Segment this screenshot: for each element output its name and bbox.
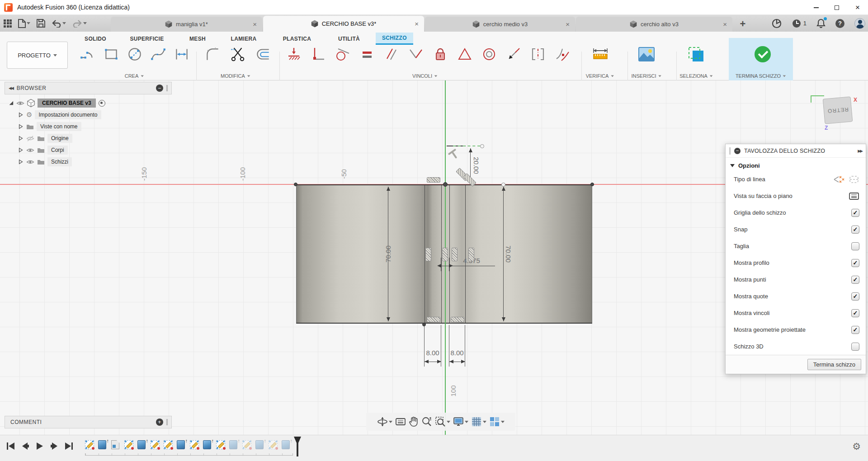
fillet-tool-button[interactable]: [203, 43, 222, 65]
job-status-button[interactable]: 1: [792, 19, 807, 28]
fit-button[interactable]: [435, 416, 450, 427]
sketch-point[interactable]: [590, 183, 594, 186]
project-dropdown-button[interactable]: PROGETTO: [7, 42, 68, 69]
panel-toggle-icon[interactable]: −: [156, 85, 163, 92]
sketch-line[interactable]: [449, 185, 450, 323]
tab-plastica[interactable]: PLASTICA: [270, 33, 324, 44]
close-button[interactable]: ×: [847, 0, 868, 15]
checkbox[interactable]: [851, 226, 859, 234]
timeline-step-back-button[interactable]: [20, 441, 31, 452]
tab-mesh[interactable]: MESH: [178, 33, 217, 44]
document-tab-cerchio-base[interactable]: CERCHIO BASE v3* ×: [263, 16, 424, 32]
grid-settings-button[interactable]: [471, 416, 486, 427]
view-cube[interactable]: RETRO: [823, 96, 853, 124]
rectangle-tool-button[interactable]: [101, 43, 121, 65]
timeline-item-extrude[interactable]: [229, 439, 239, 451]
checkbox[interactable]: [851, 343, 859, 351]
checkbox[interactable]: [851, 242, 859, 250]
browser-item-corpi[interactable]: Corpi: [18, 144, 172, 156]
timeline-item-extrude[interactable]: [255, 439, 265, 451]
dimension-value[interactable]: 8.00: [426, 349, 439, 357]
panel-grip[interactable]: [166, 85, 168, 91]
collapse-panel-icon[interactable]: ▶▶: [858, 149, 862, 153]
finish-sketch-button[interactable]: [753, 43, 773, 65]
palette-section-opzioni[interactable]: Opzioni: [726, 158, 866, 171]
sketch-point[interactable]: [501, 183, 505, 187]
timeline-item-sketch[interactable]: [242, 439, 252, 451]
sketch-point[interactable]: [480, 144, 484, 148]
expand-arrow-icon[interactable]: [18, 112, 24, 118]
panel-grip[interactable]: [166, 419, 168, 425]
maximize-button[interactable]: [826, 0, 847, 15]
sketch-point[interactable]: [294, 183, 297, 186]
activate-component-radio[interactable]: [99, 100, 105, 107]
timeline-item-extrude[interactable]: [203, 439, 213, 451]
constraint-badge-icon[interactable]: [442, 248, 448, 261]
timeline-item-sketch[interactable]: [269, 439, 278, 451]
save-button[interactable]: [37, 19, 45, 28]
viewports-button[interactable]: [489, 416, 505, 427]
expand-arrow-icon[interactable]: [18, 136, 24, 141]
extensions-icon[interactable]: [772, 19, 782, 28]
browser-item-origine[interactable]: Origine: [18, 132, 172, 144]
construction-line[interactable]: [453, 146, 480, 146]
group-label-crea[interactable]: CREA: [125, 73, 144, 79]
constraint-badge-icon[interactable]: [468, 248, 474, 261]
panel-grip[interactable]: [729, 147, 731, 155]
expand-arrow-icon[interactable]: [18, 124, 24, 129]
browser-item-impostazioni[interactable]: ⚙ Impostazioni documento: [18, 109, 172, 121]
browser-root-row[interactable]: CERCHIO BASE v3: [8, 97, 172, 109]
parallel-constraint-button[interactable]: [382, 43, 401, 65]
timeline-item-base[interactable]: [111, 439, 121, 451]
group-label-seleziona[interactable]: SELEZIONA: [679, 73, 713, 79]
browser-item-schizzi[interactable]: Schizzi: [18, 156, 172, 168]
checkbox[interactable]: [851, 309, 859, 317]
constraint-badge-icon[interactable]: [452, 248, 458, 261]
constraint-badge-icon[interactable]: [425, 248, 431, 261]
group-label-verifica[interactable]: VERIFICA: [586, 73, 614, 79]
equal-constraint-button[interactable]: [358, 43, 376, 65]
close-tab-icon[interactable]: ×: [415, 20, 419, 28]
projected-geometry-icon[interactable]: [849, 174, 859, 184]
eye-off-icon[interactable]: [26, 136, 34, 141]
look-at-button[interactable]: [395, 417, 406, 427]
timeline-item-sketch[interactable]: [190, 439, 200, 451]
sketch-line[interactable]: [441, 185, 442, 323]
fix-constraint-button[interactable]: [431, 43, 449, 65]
dimension-value[interactable]: 8.00: [450, 349, 463, 357]
browser-item-viste[interactable]: Viste con nome: [18, 121, 172, 132]
display-settings-button[interactable]: [453, 416, 468, 427]
new-tab-button[interactable]: +: [737, 18, 749, 30]
document-tab-cerchio-medio[interactable]: cerchio medio v3 ×: [425, 17, 575, 32]
group-label-modifica[interactable]: MODIFICA: [221, 73, 250, 79]
timeline-item-sketch[interactable]: [85, 439, 95, 451]
zoom-button[interactable]: [421, 416, 432, 427]
checkbox[interactable]: [851, 276, 859, 284]
document-tab-maniglia[interactable]: maniglia v1* ×: [111, 17, 262, 32]
symmetry-constraint-button[interactable]: [529, 43, 547, 65]
timeline-go-to-end-button[interactable]: [63, 441, 74, 452]
user-avatar[interactable]: [854, 18, 865, 29]
expand-arrow-icon[interactable]: [8, 100, 14, 106]
tab-lamiera[interactable]: LAMIERA: [217, 33, 270, 44]
palette-header[interactable]: − TAVOLOZZA DELLO SCHIZZO ▶▶: [726, 144, 866, 158]
dimension-value[interactable]: 70.00: [384, 245, 392, 263]
concentric-constraint-button[interactable]: [480, 43, 498, 65]
offset-tool-button[interactable]: [253, 43, 273, 65]
app-menu-button[interactable]: [4, 19, 12, 28]
polygon-constraint-button[interactable]: [456, 43, 474, 65]
curvature-constraint-button[interactable]: [553, 43, 571, 65]
eye-icon[interactable]: [26, 159, 34, 165]
timeline-go-to-start-button[interactable]: [5, 441, 16, 452]
redo-button[interactable]: [72, 19, 87, 28]
sketch-line[interactable]: [465, 185, 466, 323]
trim-tool-button[interactable]: [228, 43, 248, 65]
timeline-item-extrude[interactable]: [137, 439, 147, 451]
sketch-dimension-button[interactable]: [172, 43, 192, 65]
eye-icon[interactable]: [26, 147, 34, 153]
tab-utilita[interactable]: UTILITÀ: [324, 33, 374, 44]
checkbox[interactable]: [851, 292, 859, 301]
timeline-item-extrude[interactable]: [98, 439, 108, 451]
tab-solido[interactable]: SOLIDO: [75, 33, 116, 44]
expand-arrow-icon[interactable]: [18, 147, 24, 153]
